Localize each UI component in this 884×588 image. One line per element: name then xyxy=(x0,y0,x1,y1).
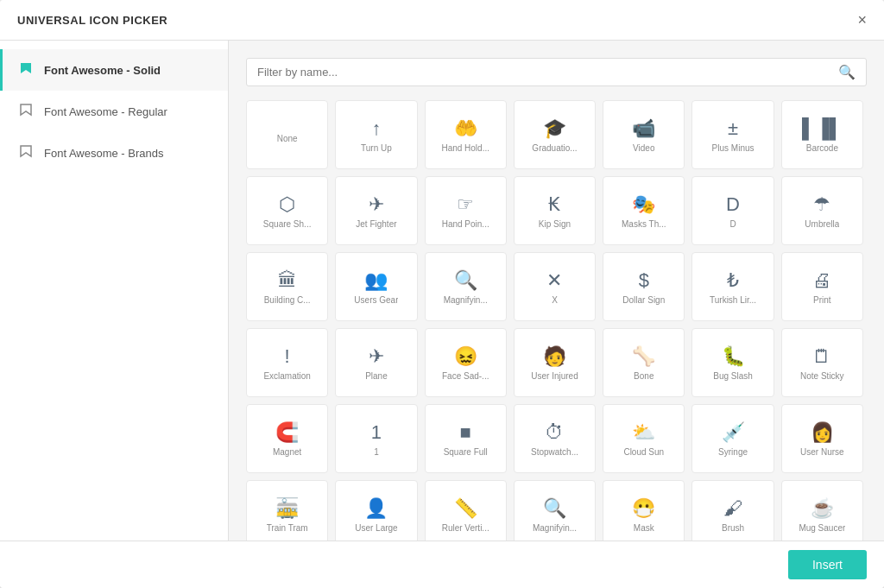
close-button[interactable]: × xyxy=(857,12,867,28)
icon-label: Train Tram xyxy=(267,523,308,534)
icon-glyph: 👩 xyxy=(811,423,834,442)
icon-glyph: 🦴 xyxy=(632,347,655,366)
icon-cell[interactable]: 🗒Note Sticky xyxy=(781,328,863,397)
icon-label: Dollar Sign xyxy=(622,295,665,306)
icon-cell[interactable]: ↑Turn Up xyxy=(335,100,417,169)
icon-cell[interactable]: 🔍Magnifyin... xyxy=(425,252,507,321)
icon-label: Magnet xyxy=(273,447,301,458)
icons-grid-wrapper: None↑Turn Up🤲Hand Hold...🎓Graduatio...📹V… xyxy=(246,100,867,541)
icon-cell[interactable]: 🧑User Injured xyxy=(514,328,596,397)
icon-cell[interactable]: 📏Ruler Verti... xyxy=(425,480,507,541)
icon-label: Magnifyin... xyxy=(444,295,488,306)
sidebar-item-regular[interactable]: Font Awesome - Regular xyxy=(0,91,228,132)
icon-cell[interactable]: 👩User Nurse xyxy=(781,404,863,473)
icon-label: Stopwatch... xyxy=(531,447,578,458)
icon-cell[interactable]: ⛅Cloud Sun xyxy=(603,404,685,473)
icon-cell[interactable]: 🔍Magnifyin... xyxy=(514,480,596,541)
icon-label: Magnifyin... xyxy=(533,523,577,534)
icon-cell[interactable]: ⬡Square Sh... xyxy=(246,176,328,245)
icon-glyph: 🎓 xyxy=(543,119,566,138)
icon-glyph: 🏛 xyxy=(278,271,297,290)
icon-glyph: 🗒 xyxy=(812,347,831,366)
insert-button[interactable]: Insert xyxy=(788,550,867,579)
icon-cell[interactable]: 🧲Magnet xyxy=(246,404,328,473)
icon-cell[interactable]: 🦴Bone xyxy=(603,328,685,397)
icon-cell[interactable]: 🖨Print xyxy=(781,252,863,321)
icon-cell[interactable]: ±Plus Minus xyxy=(691,100,774,169)
icon-cell[interactable]: 🎓Graduatio... xyxy=(514,100,596,169)
icon-glyph: ± xyxy=(728,119,738,138)
search-button[interactable]: 🔍 xyxy=(838,64,856,80)
icon-cell[interactable]: 👤User Large xyxy=(335,480,417,541)
icon-cell[interactable]: 🚋Train Tram xyxy=(246,480,328,541)
icon-glyph: 👥 xyxy=(364,271,388,290)
icon-label: Hand Poin... xyxy=(442,219,489,230)
icon-cell[interactable]: ✈Plane xyxy=(335,328,417,397)
icon-glyph: ✕ xyxy=(546,271,562,290)
sidebar-icon-brands xyxy=(18,144,34,161)
icon-cell[interactable]: ☞Hand Poin... xyxy=(425,176,507,245)
icon-label: Print xyxy=(813,295,831,306)
icon-glyph: 📏 xyxy=(454,499,477,518)
icon-cell[interactable]: 👥Users Gear xyxy=(335,252,417,321)
icon-cell[interactable]: ₭Kip Sign xyxy=(514,176,596,245)
icon-cell[interactable]: ✈Jet Fighter xyxy=(335,176,417,245)
icon-cell[interactable]: DD xyxy=(691,176,774,245)
icon-cell[interactable]: ✕X xyxy=(514,252,596,321)
icon-glyph: $ xyxy=(639,271,649,290)
icon-cell[interactable]: ▌▐▌Barcode xyxy=(781,100,863,169)
sidebar-item-brands[interactable]: Font Awesome - Brands xyxy=(0,132,228,174)
icon-glyph: 👤 xyxy=(364,499,388,518)
icon-glyph: 💉 xyxy=(722,423,745,442)
modal-header: UNIVERSAL ICON PICKER × xyxy=(0,0,884,41)
icon-cell[interactable]: 💉Syringe xyxy=(691,404,774,473)
icon-cell[interactable]: $Dollar Sign xyxy=(603,252,685,321)
icon-cell[interactable]: ■Square Full xyxy=(425,404,507,473)
search-bar: 🔍 xyxy=(246,58,867,86)
icon-label: Video xyxy=(633,143,654,154)
icon-cell[interactable]: 🏛Building C... xyxy=(246,252,328,321)
icon-cell[interactable]: 🎭Masks Th... xyxy=(603,176,685,245)
icon-label: Turkish Lir... xyxy=(710,295,756,306)
icon-cell[interactable]: ₺Turkish Lir... xyxy=(691,252,774,321)
icon-label: None xyxy=(277,134,298,144)
icon-glyph: 📹 xyxy=(632,119,655,138)
icon-cell[interactable]: ☕Mug Saucer xyxy=(781,480,863,541)
icon-cell[interactable]: 🐛Bug Slash xyxy=(691,328,774,397)
icon-glyph: ✈ xyxy=(369,347,384,366)
icon-label: Note Sticky xyxy=(800,371,844,382)
icon-glyph: 🧑 xyxy=(543,347,566,366)
modal-footer: Insert xyxy=(0,541,884,588)
icon-cell[interactable]: None xyxy=(246,100,328,169)
icon-glyph: ! xyxy=(285,347,290,366)
icon-cell[interactable]: ⏱Stopwatch... xyxy=(514,404,596,473)
icon-cell[interactable]: 🤲Hand Hold... xyxy=(425,100,507,169)
icon-cell[interactable]: 11 xyxy=(335,404,417,473)
icon-glyph: 🤲 xyxy=(454,119,477,138)
icon-label: Users Gear xyxy=(354,295,398,306)
search-input[interactable] xyxy=(257,66,838,79)
icon-cell[interactable]: 😖Face Sad-... xyxy=(425,328,507,397)
icon-glyph: 🔍 xyxy=(543,499,566,518)
icon-glyph: 🚋 xyxy=(275,499,299,518)
icon-cell[interactable]: 📹Video xyxy=(603,100,685,169)
icon-label: User Injured xyxy=(531,371,578,382)
icon-glyph: 😖 xyxy=(454,347,477,366)
icon-label: Bug Slash xyxy=(713,371,753,382)
sidebar: Font Awesome - SolidFont Awesome - Regul… xyxy=(0,41,229,541)
icon-glyph: ■ xyxy=(460,423,471,442)
icon-label: Face Sad-... xyxy=(442,371,489,382)
modal-title: UNIVERSAL ICON PICKER xyxy=(17,14,167,27)
icon-cell[interactable]: ☂Umbrella xyxy=(781,176,863,245)
icon-cell[interactable]: 🖌Brush xyxy=(691,480,774,541)
icon-glyph: 🎭 xyxy=(632,195,655,214)
icon-label: Masks Th... xyxy=(622,219,666,230)
icon-cell[interactable]: 😷Mask xyxy=(603,480,685,541)
modal-body: Font Awesome - SolidFont Awesome - Regul… xyxy=(0,41,884,541)
sidebar-item-solid[interactable]: Font Awesome - Solid xyxy=(0,49,228,91)
icon-glyph: 🔍 xyxy=(454,271,477,290)
icon-label: Ruler Verti... xyxy=(442,523,489,534)
icon-cell[interactable]: !Exclamation xyxy=(246,328,328,397)
icon-label: Plane xyxy=(365,371,388,382)
icon-label: Syringe xyxy=(718,447,748,458)
